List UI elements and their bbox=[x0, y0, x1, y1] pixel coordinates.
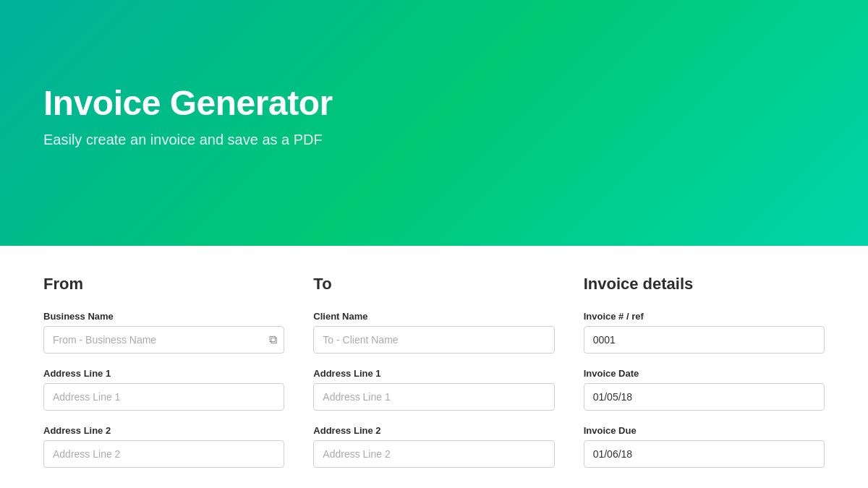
invoice-ref-input[interactable] bbox=[584, 326, 825, 354]
client-name-input[interactable] bbox=[313, 326, 554, 354]
form-grid: From Business Name ⧉ Address Line 1 Addr… bbox=[43, 275, 825, 482]
to-address-line1-label: Address Line 1 bbox=[313, 368, 554, 379]
from-address-line2-group: Address Line 2 bbox=[43, 425, 284, 468]
to-address-line2-input[interactable] bbox=[313, 440, 554, 468]
to-heading: To bbox=[313, 275, 554, 294]
from-address-line2-label: Address Line 2 bbox=[43, 425, 284, 436]
to-address-line1-input[interactable] bbox=[313, 383, 554, 411]
client-name-label: Client Name bbox=[313, 311, 554, 322]
from-column: From Business Name ⧉ Address Line 1 Addr… bbox=[43, 275, 284, 482]
invoice-date-group: Invoice Date bbox=[584, 368, 825, 411]
hero-subtitle: Easily create an invoice and save as a P… bbox=[43, 132, 825, 148]
form-section: From Business Name ⧉ Address Line 1 Addr… bbox=[0, 246, 868, 488]
from-address-line1-group: Address Line 1 bbox=[43, 368, 284, 411]
invoice-details-column: Invoice details Invoice # / ref Invoice … bbox=[584, 275, 825, 482]
business-name-group: Business Name ⧉ bbox=[43, 311, 284, 354]
to-address-line1-group: Address Line 1 bbox=[313, 368, 554, 411]
business-name-input-wrapper: ⧉ bbox=[43, 326, 284, 354]
business-name-label: Business Name bbox=[43, 311, 284, 322]
invoice-date-input[interactable] bbox=[584, 383, 825, 411]
hero-banner: Invoice Generator Easily create an invoi… bbox=[0, 0, 868, 246]
invoice-ref-label: Invoice # / ref bbox=[584, 311, 825, 322]
invoice-date-label: Invoice Date bbox=[584, 368, 825, 379]
from-address-line1-label: Address Line 1 bbox=[43, 368, 284, 379]
to-column: To Client Name Address Line 1 Address Li… bbox=[313, 275, 554, 482]
client-name-group: Client Name bbox=[313, 311, 554, 354]
hero-title: Invoice Generator bbox=[43, 83, 825, 123]
invoice-details-heading: Invoice details bbox=[584, 275, 825, 294]
invoice-due-group: Invoice Due bbox=[584, 425, 825, 468]
to-address-line2-label: Address Line 2 bbox=[313, 425, 554, 436]
invoice-due-label: Invoice Due bbox=[584, 425, 825, 436]
invoice-ref-group: Invoice # / ref bbox=[584, 311, 825, 354]
copy-icon[interactable]: ⧉ bbox=[269, 333, 277, 346]
from-address-line2-input[interactable] bbox=[43, 440, 284, 468]
invoice-due-input[interactable] bbox=[584, 440, 825, 468]
business-name-input[interactable] bbox=[43, 326, 284, 354]
from-heading: From bbox=[43, 275, 284, 294]
to-address-line2-group: Address Line 2 bbox=[313, 425, 554, 468]
from-address-line1-input[interactable] bbox=[43, 383, 284, 411]
